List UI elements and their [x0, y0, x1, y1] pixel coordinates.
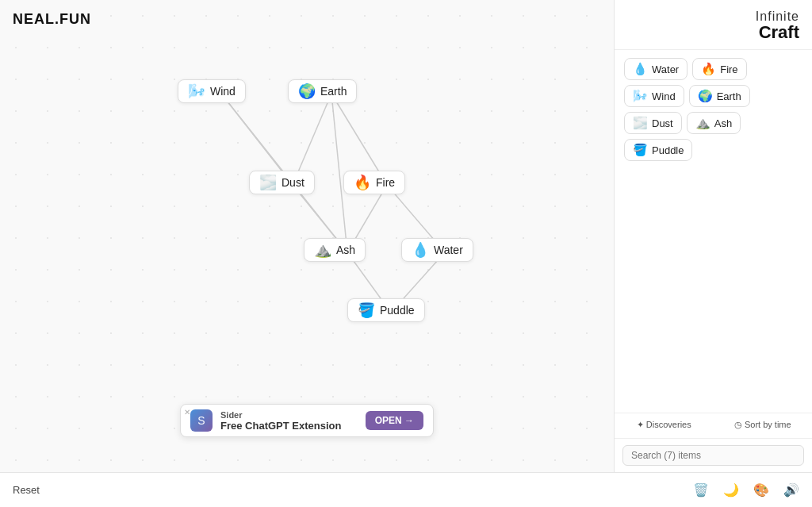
search-area: [615, 438, 812, 472]
ad-banner: ✕ S Sider Free ChatGPT Extension OPEN →: [180, 404, 434, 437]
dust-chip-emoji: 🌫️: [633, 116, 648, 130]
wind-chip-label: Wind: [652, 90, 676, 102]
sort-tab[interactable]: ◷ Sort by time: [714, 413, 813, 438]
puddle-label: Puddle: [380, 304, 415, 317]
puddle-chip-label: Puddle: [652, 144, 684, 156]
toolbar-icons: 🗑️ 🌙 🎨 🔊: [693, 482, 799, 497]
water-chip-label: Water: [652, 63, 679, 75]
ash-label: Ash: [336, 244, 355, 256]
node-puddle[interactable]: 🪣Puddle: [347, 298, 425, 322]
item-chip-wind[interactable]: 🌬️Wind: [624, 85, 684, 107]
ad-description: Free ChatGPT Extension: [220, 420, 358, 432]
water-emoji: 💧: [412, 243, 429, 257]
wind-emoji: 🌬️: [188, 84, 205, 98]
puddle-chip-emoji: 🪣: [633, 143, 648, 157]
sound-icon[interactable]: 🔊: [783, 482, 799, 497]
delete-icon[interactable]: 🗑️: [693, 482, 709, 497]
node-fire[interactable]: 🔥Fire: [343, 171, 405, 194]
earth-chip-label: Earth: [717, 90, 741, 102]
node-water[interactable]: 💧Water: [401, 238, 473, 262]
node-earth[interactable]: 🌍Earth: [288, 79, 357, 103]
ad-brand: Sider: [220, 410, 358, 420]
night-mode-icon[interactable]: 🌙: [723, 482, 739, 497]
fire-label: Fire: [376, 176, 395, 189]
ad-text: Sider Free ChatGPT Extension: [220, 410, 358, 432]
discoveries-tab[interactable]: ✦ Discoveries: [615, 413, 714, 438]
dust-label: Dust: [282, 176, 304, 189]
bottom-toolbar: Reset 🗑️ 🌙 🎨 🔊: [0, 472, 812, 507]
water-chip-emoji: 💧: [633, 62, 648, 76]
puddle-emoji: 🪣: [358, 303, 375, 317]
app-title-line1: Infinite: [756, 10, 799, 23]
wind-chip-emoji: 🌬️: [633, 89, 648, 103]
dust-emoji: 🌫️: [259, 175, 277, 190]
ad-close-button[interactable]: ✕: [184, 408, 190, 417]
node-dust[interactable]: 🌫️Dust: [249, 171, 315, 194]
node-ash[interactable]: ⛰️Ash: [304, 238, 366, 262]
app-title-line2: Craft: [756, 24, 799, 41]
ash-chip-label: Ash: [714, 117, 732, 129]
fire-emoji: 🔥: [354, 175, 371, 190]
node-wind[interactable]: 🌬️Wind: [178, 79, 246, 103]
panel-title: Infinite Craft: [756, 10, 799, 41]
item-chip-ash[interactable]: ⛰️Ash: [687, 112, 741, 134]
dust-chip-label: Dust: [652, 117, 673, 129]
fire-chip-label: Fire: [720, 63, 737, 75]
ash-emoji: ⛰️: [314, 243, 331, 257]
item-chip-earth[interactable]: 🌍Earth: [689, 85, 750, 107]
earth-chip-emoji: 🌍: [698, 89, 713, 103]
theme-icon[interactable]: 🎨: [753, 482, 769, 497]
item-chip-fire[interactable]: 🔥Fire: [692, 58, 746, 80]
panel-tabs: ✦ Discoveries ◷ Sort by time: [615, 413, 812, 438]
connections-svg: [0, 0, 614, 472]
earth-label: Earth: [320, 85, 347, 98]
ash-chip-emoji: ⛰️: [695, 116, 710, 130]
ad-logo-icon: S: [190, 409, 213, 432]
reset-button[interactable]: Reset: [13, 484, 40, 496]
item-chip-dust[interactable]: 🌫️Dust: [624, 112, 682, 134]
items-grid: 💧Water🔥Fire🌬️Wind🌍Earth🌫️Dust⛰️Ash🪣Puddl…: [615, 50, 812, 413]
fire-chip-emoji: 🔥: [701, 62, 716, 76]
ad-open-button[interactable]: OPEN →: [366, 411, 423, 430]
logo: NEAL.FUN: [13, 11, 91, 28]
water-label: Water: [434, 244, 463, 256]
panel-header: Infinite Craft: [615, 0, 812, 50]
panel-bottom: ✦ Discoveries ◷ Sort by time: [615, 413, 812, 472]
right-panel: Infinite Craft 💧Water🔥Fire🌬️Wind🌍Earth🌫️…: [614, 0, 812, 472]
earth-emoji: 🌍: [298, 84, 316, 98]
item-chip-puddle[interactable]: 🪣Puddle: [624, 139, 692, 161]
search-input[interactable]: [622, 445, 804, 466]
item-chip-water[interactable]: 💧Water: [624, 58, 688, 80]
canvas-area[interactable]: NEAL.FUN 🌬️Wind🌍Earth🌫️Dust🔥Fire⛰️Ash💧Wa…: [0, 0, 614, 472]
wind-label: Wind: [210, 85, 236, 98]
main-container: NEAL.FUN 🌬️Wind🌍Earth🌫️Dust🔥Fire⛰️Ash💧Wa…: [0, 0, 812, 472]
